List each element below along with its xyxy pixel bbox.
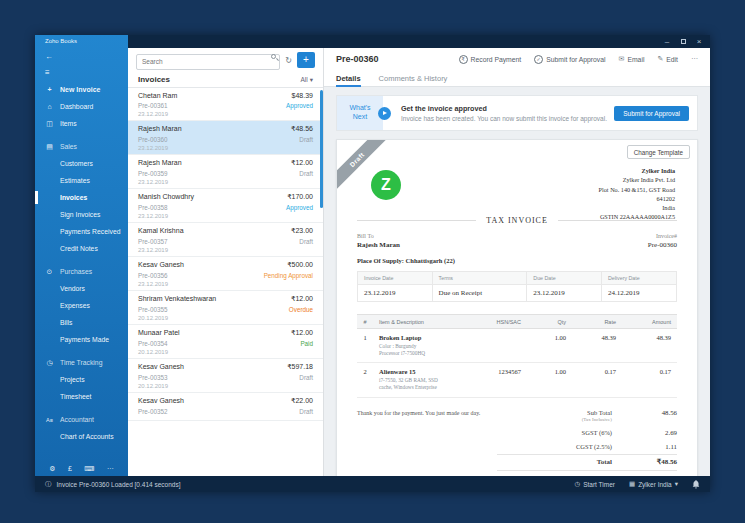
customer-name: Munaar Patel [138,329,180,337]
invoice-date: 23.12.2019 [138,111,313,117]
tab-details[interactable]: Details [336,70,361,86]
tab-comments-history[interactable]: Comments & History [379,70,448,86]
chevron-down-icon: ▾ [310,76,313,84]
org-icon: ▦ [629,480,635,488]
sidebar-section-purchases[interactable]: ⊙Purchases [35,263,128,280]
play-video-icon[interactable] [378,107,391,120]
invoice-amount: ₹12.00 [291,159,313,167]
sidebar-item-sign-invoices[interactable]: Sign Invoices [35,206,128,223]
list-item[interactable]: Kamal Krishna₹23.00 Pre-00357Draft 23.12… [128,223,323,257]
back-icon: ← [45,52,53,61]
bill-to-name: Rajesh Maran [357,241,400,249]
menu-button[interactable]: ≡ [35,64,128,80]
invoice-amount: ₹500.00 [287,261,313,269]
invoice-number: Pre-00360 [648,241,677,249]
organization-selector[interactable]: ▦Zylker India▾ [629,480,678,488]
close-button[interactable]: × [692,36,706,47]
list-item[interactable]: Chetan Ram$48.39 Pre-00361Approved 23.12… [128,88,323,121]
detail-tabs: Details Comments & History [324,70,710,87]
place-of-supply: Place Of Supply: Chhattisgarh (22) [357,257,677,264]
sidebar-item-payments-received[interactable]: Payments Received [35,223,128,240]
sidebar-section-sales[interactable]: ▤Sales [35,138,128,155]
currency-icon[interactable]: £ [68,465,72,473]
invoice-detail-panel: Pre-00360 ₹Record Payment ✓Submit for Ap… [323,48,710,476]
sidebar-item-estimates[interactable]: Estimates [35,172,128,189]
sidebar-item-vendors[interactable]: Vendors [35,280,128,297]
list-filter-dropdown[interactable]: All▾ [301,76,314,84]
more-icon[interactable]: ⋯ [107,465,114,473]
sidebar-item-projects[interactable]: Projects [35,371,128,388]
invoice-ref: Pre-00357 [138,238,167,245]
approval-check-icon: ✓ [534,55,543,64]
email-button[interactable]: ✉Email [619,55,645,63]
titlebar: – × [128,35,710,48]
start-timer-button[interactable]: ◷Start Timer [575,480,615,488]
time-icon: ◷ [44,359,55,367]
invoice-date: 23.12.2019 [138,145,313,151]
list-scrollbar[interactable] [320,90,323,208]
sidebar-item-dashboard[interactable]: ⌂Dashboard [35,98,128,115]
list-item[interactable]: Rajesh Maran₹12.00 Pre-00359Draft 23.12.… [128,155,323,189]
keyboard-shortcuts-icon[interactable]: ⌨ [84,465,94,473]
settings-icon[interactable]: ⚙ [49,465,55,473]
sidebar-item-credit-notes[interactable]: Credit Notes [35,240,128,257]
invoice-amount: ₹48.56 [291,125,313,133]
sidebar-item-bills[interactable]: Bills [35,314,128,331]
record-payment-button[interactable]: ₹Record Payment [459,55,522,64]
invoice-amount: ₹22.00 [291,397,313,405]
banner-subtitle: Invoice has been created. You can now su… [401,115,607,122]
customer-name: Kamal Krishna [138,227,184,235]
sidebar-item-timesheet[interactable]: Timesheet [35,388,128,405]
sales-icon: ▤ [44,143,55,151]
search-input[interactable] [136,54,280,70]
customer-name: Rajesh Maran [138,159,182,167]
totals-block: Sub Total(Tax Inclusive) 48.56 SGST (6%)… [497,406,677,476]
home-icon: ⌂ [44,103,55,110]
status-badge: Pending Approval [264,272,313,279]
notifications-bell-icon[interactable] [692,480,700,489]
desktop: Zoho Books ← ≡ +New Invoice ⌂Dashboard ◫… [0,0,745,523]
bill-to-block: Bill To Rajesh Maran [357,233,400,249]
list-item[interactable]: Munaar Patel₹12.00 Pre-00354Paid 20.12.2… [128,325,323,359]
invoice-amount: ₹597.18 [287,363,313,371]
company-logo: Z [371,170,401,200]
submit-for-approval-primary-button[interactable]: Submit for Approval [614,106,689,121]
list-item-selected[interactable]: Rajesh Maran₹48.56 Pre-00360Draft 23.12.… [128,121,323,155]
back-button[interactable]: ← [35,48,128,64]
list-item[interactable]: Manish Chowdhry₹170.00 Pre-00358Approved… [128,189,323,223]
sidebar-item-customers[interactable]: Customers [35,155,128,172]
maximize-button[interactable] [676,36,690,47]
edit-button[interactable]: ✎Edit [657,55,678,63]
invoice-ref: Pre-00360 [138,136,167,143]
change-template-button[interactable]: Change Template [627,145,690,159]
invoice-date: 23.12.2019 [138,281,313,287]
submit-for-approval-button[interactable]: ✓Submit for Approval [534,55,605,64]
sidebar-section-accountant[interactable]: A≡Accountant [35,411,128,428]
customer-name: Rajesh Maran [138,125,182,133]
invoice-amount: ₹170.00 [287,193,313,201]
sidebar-item-items[interactable]: ◫Items [35,115,128,132]
plus-icon: + [44,86,55,93]
status-badge: Approved [286,102,313,109]
invoice-ref: Pre-00358 [138,204,167,211]
minimize-button[interactable]: – [660,36,674,47]
invoice-ref: Pre-00355 [138,306,167,313]
sidebar-section-time-tracking[interactable]: ◷Time Tracking [35,354,128,371]
invoice-date: 20.12.2019 [138,315,313,321]
list-item[interactable]: Kesav Ganesh₹500.00 Pre-00356Pending App… [128,257,323,291]
invoice-amount: ₹12.00 [291,329,313,337]
sidebar-item-invoices[interactable]: Invoices [35,189,128,206]
sidebar-item-payments-made[interactable]: Payments Made [35,331,128,348]
add-invoice-button[interactable]: + [297,52,315,68]
list-item[interactable]: Kesav Ganesh₹597.18 Pre-00353Draft 20.12… [128,359,323,393]
invoice-date: 20.12.2019 [138,349,313,355]
sidebar-item-expenses[interactable]: Expenses [35,297,128,314]
more-actions-button[interactable]: ⋯ [691,55,698,63]
list-item[interactable]: Kesav Ganesh₹22.00 Pre-00352Draft [128,393,323,421]
detail-content: What's Next Get the invoice approved Inv… [324,87,710,476]
sidebar: Zoho Books ← ≡ +New Invoice ⌂Dashboard ◫… [35,35,128,476]
refresh-icon[interactable]: ↻ [285,56,292,65]
list-item[interactable]: Shriram Venkateshwaran₹12.00 Pre-00355Ov… [128,291,323,325]
new-invoice-button[interactable]: +New Invoice [35,80,128,98]
sidebar-item-chart-of-accounts[interactable]: Chart of Accounts [35,428,128,445]
